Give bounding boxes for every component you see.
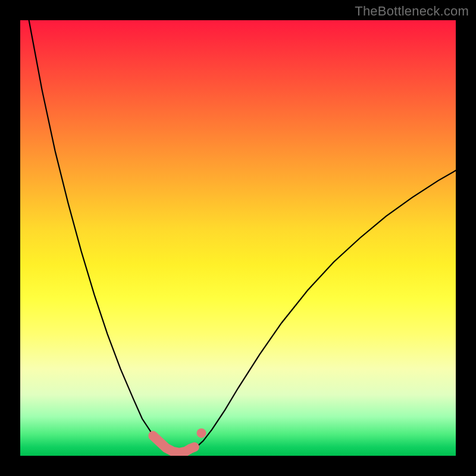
chart-frame: TheBottleneck.com <box>0 0 476 476</box>
highlight-end-dot <box>197 428 206 438</box>
bottleneck-curve <box>29 20 456 453</box>
plot-area <box>20 20 456 456</box>
optimal-band-line <box>153 436 195 453</box>
plot-svg <box>20 20 456 456</box>
curve-group <box>29 20 456 453</box>
watermark-text: TheBottleneck.com <box>355 4 469 19</box>
